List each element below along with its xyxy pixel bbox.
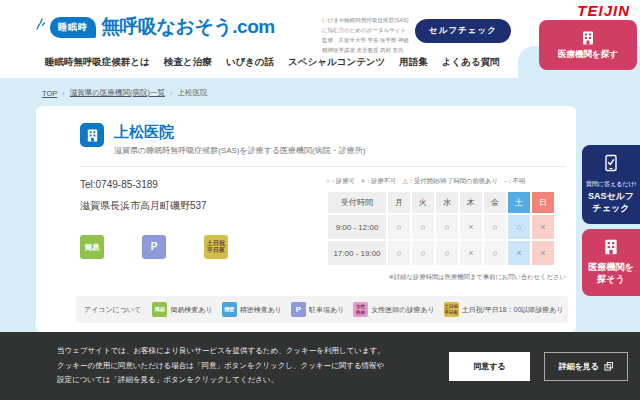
- hospital-building-icon: [580, 30, 596, 46]
- cookie-banner: 当ウェブサイトでは、お客様により良いサービスを提供するため、クッキーを利用してい…: [0, 332, 640, 400]
- schedule-mark: ○: [412, 241, 434, 265]
- clinic-tel: Tel:0749-85-3189: [80, 179, 326, 190]
- logo-text: 無呼吸なおそう.com: [101, 14, 275, 40]
- find-hospital-button[interactable]: 医療機関を探す: [539, 20, 637, 70]
- schedule-mark-sat: ○: [508, 215, 530, 239]
- schedule-mark: ×: [460, 241, 482, 265]
- schedule-header-thu: 木: [460, 192, 482, 213]
- clinic-name: 上松医院: [114, 123, 365, 141]
- precise-test-badge-small: 精密: [222, 302, 237, 317]
- clinic-card: 上松医院 滋賀県の睡眠時無呼吸症候群(SAS)を診療する医療機関(病院・診療所)…: [36, 106, 576, 332]
- schedule-mark: ○: [484, 241, 506, 265]
- icon-legend-title: アイコンについて: [84, 305, 141, 315]
- simple-test-badge-small: 簡易: [152, 302, 167, 317]
- schedule-table: 受付時間 月 火 水 木 金 土 日 9:00 - 12:00 ○ ○ ○: [326, 190, 556, 267]
- schedule-row-evening: 17:00 - 19:00 ○ ○ ○ × ○ × ×: [328, 241, 554, 265]
- nav-item-glossary[interactable]: 用語集: [399, 56, 428, 69]
- legend-item-female-doctor: 女性 医師 女性医師の診療あり: [353, 302, 435, 317]
- clinic-title-block: 上松医院 滋賀県の睡眠時無呼吸症候群(SAS)を診療する医療機関(病院・診療所): [114, 123, 365, 156]
- legend-label: 精密検査あり: [240, 305, 282, 315]
- schedule-mark-sat: ×: [508, 241, 530, 265]
- logo-spark-icon: [36, 18, 45, 30]
- schedule-header-sun: 日: [532, 192, 554, 213]
- schedule-time: 9:00 - 12:00: [328, 215, 386, 239]
- schedule-note: ※詳細な診療時間は医療機関まで事前にお問い合わせください: [326, 273, 568, 282]
- parking-badge: P: [142, 235, 166, 259]
- legend-item-parking: P 駐車場あり: [291, 302, 344, 317]
- breadcrumb: TOP › 滋賀県の医療機関(病院)一覧 › 上松医院: [42, 88, 207, 98]
- find-hospital-label: 医療機関を探す: [558, 49, 618, 61]
- schedule-mark: ○: [388, 241, 410, 265]
- legend-label: 簡易検査あり: [170, 305, 212, 315]
- nav-item-exam-treatment[interactable]: 検査と治療: [164, 56, 212, 69]
- cookie-line2: クッキーの使用に同意いただける場合は「同意」ボタンをクリックし、クッキーに関する…: [57, 359, 435, 374]
- schedule-mark: ○: [388, 215, 410, 239]
- nav-item-about-sas[interactable]: 睡眠時無呼吸症候群とは: [45, 56, 150, 69]
- logo-badge: 睡眠時: [50, 17, 96, 38]
- cookie-agree-button[interactable]: 同意する: [449, 352, 529, 381]
- schedule-mark: ×: [460, 215, 482, 239]
- selfcheck-button[interactable]: セルフチェック: [415, 19, 511, 43]
- female-doctor-badge-small: 女性 医師: [353, 302, 368, 317]
- schedule-legend: ○：診療可 ×：診療不可 △：受付開始/終了時間の前後あり -：不明: [326, 177, 568, 186]
- cookie-line3: 設定については「詳細を見る」ボタンをクリックしてください。: [57, 373, 435, 388]
- weekend-night-badge-small: 土日祝 平日夜: [444, 302, 459, 317]
- cookie-buttons: 同意する 詳細を見る: [449, 352, 628, 381]
- main-nav: 睡眠時無呼吸症候群とは 検査と治療 いびきの話 スペシャルコンテンツ 用語集 よ…: [45, 56, 500, 69]
- schedule-time: 17:00 - 19:00: [328, 241, 386, 265]
- tablet-check-icon: [602, 154, 620, 172]
- external-link-icon: [604, 362, 613, 371]
- weekend-night-badge: 土日祝 平日夜: [204, 235, 228, 259]
- clinic-contact-column: Tel:0749-85-3189 滋賀県長浜市高月町磯野537 簡易 P 土日祝…: [80, 177, 326, 282]
- page: 睡眠時 無呼吸なおそう.com いびきや睡眠時無呼吸症候群(SAS)に悩む方のた…: [0, 0, 640, 400]
- schedule-mark: ○: [436, 215, 458, 239]
- selfcheck-small-label: 質問に答えるだけ!: [585, 180, 637, 189]
- site-tagline: いびきや睡眠時無呼吸症候群(SAS)に悩む方のためのポータルサイト 監修：久留米…: [322, 16, 414, 56]
- sas-selfcheck-button[interactable]: 質問に答えるだけ! SASセルフ チェック: [582, 145, 640, 224]
- icon-legend-bar: アイコンについて 簡易 簡易検査あり 精密 精密検査あり P 駐車場あり 女性 …: [76, 296, 568, 323]
- cookie-detail-label: 詳細を見る: [559, 361, 599, 372]
- nav-item-snoring[interactable]: いびきの話: [226, 56, 274, 69]
- tagline-line1: いびきや睡眠時無呼吸症候群(SAS)に悩む方のためのポータルサイト: [322, 16, 414, 36]
- breadcrumb-separator: ›: [170, 89, 173, 98]
- tagline-line2: 監修：久留米大学 学長 医学部 神経精神医学講座 名誉教授 内村 直尚: [322, 36, 414, 56]
- breadcrumb-separator: ›: [62, 89, 65, 98]
- schedule-header-time: 受付時間: [328, 192, 386, 213]
- parking-badge-small: P: [291, 302, 306, 317]
- find-hospital-side-label: 医療機関を 探そう: [585, 262, 637, 285]
- schedule-header-wed: 水: [436, 192, 458, 213]
- clinic-address: 滋賀県長浜市高月町磯野537: [80, 199, 326, 213]
- clinic-description: 滋賀県の睡眠時無呼吸症候群(SAS)を診療する医療機関(病院・診療所): [114, 145, 365, 156]
- schedule-mark: ○: [412, 215, 434, 239]
- schedule-header-row: 受付時間 月 火 水 木 金 土 日: [328, 192, 554, 213]
- schedule-mark-sun: ×: [532, 215, 554, 239]
- breadcrumb-current: 上松医院: [177, 88, 207, 98]
- nav-item-faq[interactable]: よくある質問: [442, 56, 500, 69]
- legend-label: 駐車場あり: [309, 305, 344, 315]
- simple-test-badge: 簡易: [80, 235, 104, 259]
- schedule-header-tue: 火: [412, 192, 434, 213]
- find-hospital-side-button[interactable]: 医療機関を 探そう: [582, 229, 640, 295]
- clinic-body: Tel:0749-85-3189 滋賀県長浜市高月町磯野537 簡易 P 土日祝…: [36, 167, 576, 282]
- teijin-logo[interactable]: TEIJIN: [577, 2, 630, 19]
- selfcheck-big-label: SASセルフ チェック: [585, 191, 637, 214]
- legend-item-simple: 簡易 簡易検査あり: [152, 302, 212, 317]
- site-logo[interactable]: 睡眠時 無呼吸なおそう.com: [36, 14, 275, 40]
- schedule-row-morning: 9:00 - 12:00 ○ ○ ○ × ○ ○ ×: [328, 215, 554, 239]
- schedule-mark: ○: [484, 215, 506, 239]
- legend-item-weekend-night: 土日祝 平日夜 土日祝/平日18：00以降診療あり: [444, 302, 564, 317]
- cookie-message: 当ウェブサイトでは、お客様により良いサービスを提供するため、クッキーを利用してい…: [57, 344, 435, 388]
- clinic-header: 上松医院 滋賀県の睡眠時無呼吸症候群(SAS)を診療する医療機関(病院・診療所): [36, 106, 576, 156]
- nav-item-special-contents[interactable]: スペシャルコンテンツ: [288, 56, 385, 69]
- legend-label: 女性医師の診療あり: [371, 305, 435, 315]
- schedule-header-sat: 土: [508, 192, 530, 213]
- schedule-header-mon: 月: [388, 192, 410, 213]
- floating-side-buttons: 質問に答えるだけ! SASセルフ チェック 医療機関を 探そう: [582, 145, 640, 296]
- schedule-mark-sun: ×: [532, 241, 554, 265]
- legend-label: 土日祝/平日18：00以降診療あり: [462, 305, 564, 315]
- breadcrumb-top-link[interactable]: TOP: [42, 89, 57, 98]
- clinic-feature-badges: 簡易 P 土日祝 平日夜: [80, 235, 326, 259]
- cookie-detail-button[interactable]: 詳細を見る: [544, 352, 628, 381]
- legend-item-precise: 精密 精密検査あり: [222, 302, 282, 317]
- breadcrumb-prefecture-list-link[interactable]: 滋賀県の医療機関(病院)一覧: [70, 88, 165, 98]
